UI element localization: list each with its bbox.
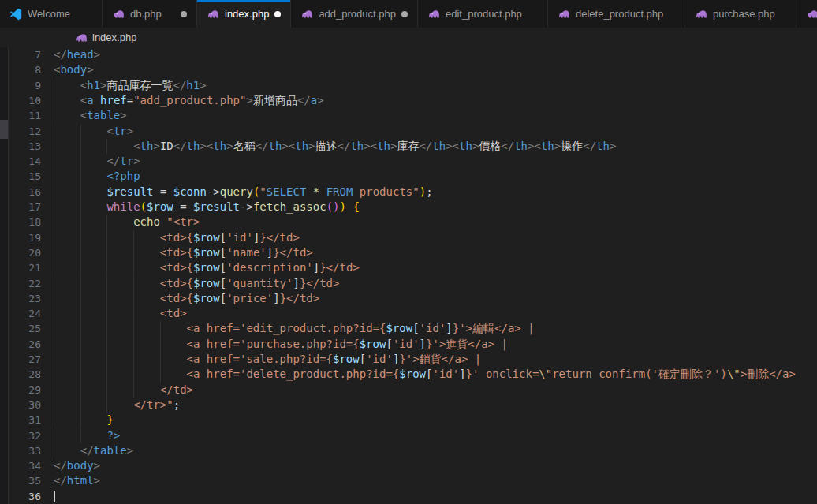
token: html (67, 474, 94, 487)
token: table (94, 444, 127, 457)
code-line-28[interactable]: 28 <a href='delete_product.php?id={$row[… (0, 367, 817, 382)
token: th (377, 140, 390, 152)
token: } (106, 413, 113, 426)
token: ; (426, 185, 432, 198)
code-line-10[interactable]: 10 <a href="add_product.php">新增商品</a> (0, 93, 817, 108)
token: $result (193, 200, 240, 213)
code-line-14[interactable]: 14 </tr> (0, 154, 817, 169)
code-line-7[interactable]: 7</head> (0, 47, 817, 62)
tab-add-product-php[interactable]: add_product.php (291, 0, 418, 28)
code-line-27[interactable]: 27 <a href='sale.php?id={$row['id']}'>銷貨… (0, 352, 817, 367)
code-text: </tr>"; (54, 398, 180, 413)
code-line-9[interactable]: 9 <h1>商品庫存一覧</h1> (0, 78, 817, 93)
token: $row (386, 322, 412, 334)
token: th (350, 140, 364, 152)
token: $row (193, 292, 220, 304)
indent-spaces (54, 277, 160, 289)
indent-spaces (54, 338, 187, 350)
token: }'>編輯</a> | (453, 322, 535, 334)
code-line-35[interactable]: 35</html> (0, 473, 817, 488)
indent-spaces (54, 94, 80, 106)
code-line-18[interactable]: 18 echo "<tr> (0, 215, 817, 230)
code-line-31[interactable]: 31 } (0, 413, 817, 427)
code-line-22[interactable]: 22 <td>{$row['quantity']}</td> (0, 276, 817, 291)
code-line-34[interactable]: 34</body> (0, 458, 817, 473)
token: > (94, 459, 100, 472)
modified-dot[interactable] (181, 11, 187, 17)
token: <td>{ (160, 277, 193, 289)
token: </ (54, 48, 67, 61)
code-line-36[interactable]: 36 (0, 489, 817, 504)
token: 'name' (226, 246, 267, 259)
token: a (87, 94, 93, 106)
code-line-30[interactable]: 30 </tr>"; (0, 398, 817, 413)
tab-index-php[interactable]: index.php (197, 0, 291, 28)
indent-spaces (54, 398, 133, 411)
token: \" (539, 368, 552, 380)
token: > (308, 140, 315, 152)
tab-db-php[interactable]: db.php (103, 0, 197, 28)
code-line-23[interactable]: 23 <td>{$row['price']}</td> (0, 291, 817, 306)
code-text: </tr> (54, 154, 140, 169)
token: ; (173, 398, 180, 411)
code-line-19[interactable]: 19 <td>{$row['id']}</td> (0, 230, 817, 245)
tab-welcome[interactable]: Welcome (0, 0, 103, 28)
code-text: <td>{$row['name']}</td> (54, 245, 313, 260)
code-line-15[interactable]: 15 <?php (0, 169, 817, 184)
token: query (220, 185, 253, 198)
token: $row (193, 246, 220, 259)
code-line-29[interactable]: 29 </td> (0, 383, 817, 398)
code-line-21[interactable]: 21 <td>{$row['description']}</td> (0, 260, 817, 275)
left-scrollbar[interactable] (0, 47, 9, 504)
indent-spaces (54, 383, 160, 396)
code-line-8[interactable]: 8<body> (0, 62, 817, 77)
code-line-11[interactable]: 11 <table> (0, 108, 817, 123)
left-scrollbar-thumb[interactable] (0, 120, 8, 139)
code-line-20[interactable]: 20 <td>{$row['name']}</td> (0, 245, 817, 260)
code-line-32[interactable]: 32 ?> (0, 428, 817, 443)
tab-s[interactable]: s (796, 0, 817, 28)
token: 新增商品 (253, 94, 297, 106)
code-text: <h1>商品庫存一覧</h1> (54, 78, 207, 93)
code-line-26[interactable]: 26 <a href='purchase.php?id={$row['id']}… (0, 337, 817, 352)
indent-spaces (54, 125, 106, 137)
token: < (534, 140, 540, 152)
token: [ (360, 353, 366, 365)
indent-spaces (54, 261, 160, 274)
token: }</td> (273, 246, 313, 259)
code-line-16[interactable]: 16 $result = $conn->query("SELECT * FROM… (0, 185, 817, 200)
token: </ (501, 140, 514, 152)
token: ] (273, 292, 279, 304)
indent-spaces (54, 429, 106, 442)
token: a (311, 94, 317, 106)
token: </ (583, 140, 596, 152)
vscode-logo-icon (9, 8, 22, 21)
php-file-icon (695, 8, 707, 21)
token: = (153, 185, 173, 198)
tab-label: index.php (225, 8, 269, 20)
code-line-12[interactable]: 12 <tr> (0, 124, 817, 139)
token: > (282, 140, 288, 152)
tab-edit-product-php[interactable]: edit_product.php (418, 0, 548, 28)
tab-delete-product-php[interactable]: delete_product.php (548, 0, 685, 28)
code-editor[interactable]: 7</head>8<body>9 <h1>商品庫存一覧</h1>10 <a hr… (0, 47, 817, 504)
tab-purchase-php[interactable]: purchase.php (685, 0, 796, 28)
token: > (317, 94, 323, 106)
token: </ (106, 155, 120, 167)
token: 'quantity' (226, 277, 293, 289)
token: th (269, 140, 282, 152)
token: th (295, 140, 308, 152)
code-text: </head> (54, 47, 100, 62)
breadcrumb-file[interactable]: index.php (92, 32, 136, 43)
code-line-33[interactable]: 33 </table> (0, 443, 817, 458)
token: echo (133, 215, 160, 228)
modified-dot[interactable] (401, 11, 408, 17)
token: > (127, 444, 133, 457)
code-line-25[interactable]: 25 <a href='edit_product.php?id={$row['i… (0, 321, 817, 336)
code-line-17[interactable]: 17 while($row = $result->fetch_assoc()) … (0, 200, 817, 215)
token: }</td> (280, 292, 320, 304)
code-line-13[interactable]: 13 <th>ID</th><th>名稱</th><th>描述</th><th>… (0, 139, 817, 154)
code-text: <td>{$row['quantity']}</td> (54, 276, 339, 291)
code-line-24[interactable]: 24 <td> (0, 306, 817, 321)
modified-dot[interactable] (274, 11, 281, 17)
